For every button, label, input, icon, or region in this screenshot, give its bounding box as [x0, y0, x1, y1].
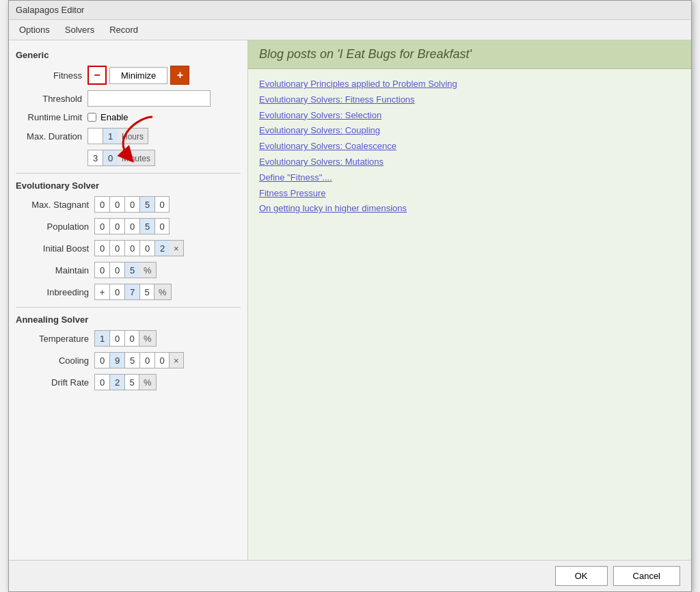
- boost-c4[interactable]: 0: [139, 240, 154, 256]
- min-cell-2[interactable]: 0: [103, 150, 118, 166]
- population-label: Population: [16, 221, 94, 232]
- maintain-c1[interactable]: 0: [94, 262, 109, 278]
- link-2[interactable]: Evolutionary Solvers: Selection: [259, 109, 680, 123]
- cancel-button[interactable]: Cancel: [613, 566, 680, 586]
- link-3[interactable]: Evolutionary Solvers: Coupling: [259, 124, 680, 138]
- cool-c3[interactable]: 5: [124, 352, 139, 368]
- temp-c3[interactable]: 0: [124, 330, 139, 347]
- divider-2: [16, 307, 241, 308]
- hours-input-group: 1 Hours: [88, 128, 148, 144]
- max-duration-group: Max. Duration 1 Hours: [16, 128, 241, 144]
- cooling-label: Cooling: [16, 355, 94, 366]
- drift-label: Drift Rate: [16, 377, 94, 388]
- annealing-section-label: Annealing Solver: [16, 314, 241, 325]
- stagnant-c1[interactable]: 0: [94, 196, 109, 213]
- ok-button[interactable]: OK: [555, 566, 608, 586]
- boost-c1[interactable]: 0: [94, 240, 109, 256]
- maintain-c3[interactable]: 5: [124, 262, 139, 278]
- cool-c2[interactable]: 9: [109, 352, 124, 368]
- stagnant-c2[interactable]: 0: [109, 196, 124, 213]
- fitness-minus-button[interactable]: −: [88, 66, 107, 85]
- boost-c2[interactable]: 0: [109, 240, 124, 256]
- drift-c1[interactable]: 0: [94, 374, 109, 390]
- inbreeding-group: Inbreeding + 0 7 5 %: [16, 284, 241, 300]
- inbreeding-percent: %: [154, 284, 172, 300]
- hours-cell-1[interactable]: [88, 128, 103, 144]
- initial-boost-label: Initial Boost: [16, 243, 94, 254]
- drift-percent: %: [139, 374, 157, 390]
- hours-unit: Hours: [118, 128, 148, 144]
- link-5[interactable]: Evolutionary Solvers: Mutations: [259, 155, 680, 170]
- link-8[interactable]: On getting lucky in higher dimensions: [259, 202, 680, 216]
- evolutionary-section-label: Evolutionary Solver: [16, 180, 241, 191]
- inbreeding-input-group: + 0 7 5 %: [94, 284, 172, 300]
- maintain-label: Maintain: [16, 265, 94, 275]
- link-6[interactable]: Define "Fitness"....: [259, 171, 680, 185]
- pop-c3[interactable]: 0: [124, 218, 139, 234]
- link-4[interactable]: Evolutionary Solvers: Coalescence: [259, 139, 680, 154]
- left-panel: Generic Fitness − Minimize + Threshold: [9, 40, 248, 560]
- boost-c3[interactable]: 0: [124, 240, 139, 256]
- fitness-value: Minimize: [109, 67, 167, 84]
- minutes-unit: Minutes: [118, 150, 155, 166]
- menu-record[interactable]: Record: [102, 21, 146, 38]
- runtime-enable-checkbox[interactable]: [88, 113, 96, 122]
- temp-percent: %: [139, 330, 157, 347]
- boost-input-group: 0 0 0 0 2 ×: [94, 240, 184, 256]
- cool-c5[interactable]: 0: [154, 352, 170, 368]
- right-panel-title: Blog posts on 'I Eat Bugs for Breakfast': [259, 47, 680, 62]
- main-window: Galapagos Editor Options Solvers Record …: [8, 0, 692, 592]
- inbreeding-c4[interactable]: 5: [139, 284, 154, 300]
- fitness-label: Fitness: [16, 70, 88, 81]
- title-bar: Galapagos Editor: [9, 1, 691, 20]
- runtime-label: Runtime Limit: [16, 112, 88, 122]
- pop-c2[interactable]: 0: [109, 218, 124, 234]
- cooling-group: Cooling 0 9 5 0 0 ×: [16, 352, 241, 368]
- pop-c1[interactable]: 0: [94, 218, 109, 234]
- footer: OK Cancel: [9, 560, 691, 591]
- boost-c5[interactable]: 2: [154, 240, 170, 256]
- left-inner: Generic Fitness − Minimize + Threshold: [16, 50, 241, 390]
- cool-c1[interactable]: 0: [94, 352, 109, 368]
- fitness-plus-button[interactable]: +: [170, 66, 189, 85]
- cool-c4[interactable]: 0: [139, 352, 154, 368]
- threshold-input[interactable]: [88, 90, 211, 107]
- threshold-group: Threshold: [16, 90, 241, 107]
- link-0[interactable]: Evolutionary Principles applied to Probl…: [259, 77, 680, 92]
- max-duration-label: Max. Duration: [16, 131, 88, 142]
- stagnant-c5[interactable]: 0: [154, 196, 170, 213]
- temp-c2[interactable]: 0: [109, 330, 124, 347]
- maintain-group: Maintain 0 0 5 %: [16, 262, 241, 278]
- fitness-row: − Minimize +: [88, 66, 189, 85]
- fitness-group: Fitness − Minimize +: [16, 66, 241, 85]
- population-input-group: 0 0 0 5 0: [94, 218, 170, 234]
- right-panel-header: Blog posts on 'I Eat Bugs for Breakfast': [248, 40, 691, 69]
- drift-c3[interactable]: 5: [124, 374, 139, 390]
- inbreeding-c1[interactable]: +: [94, 284, 109, 300]
- enable-label: Enable: [100, 112, 128, 122]
- min-cell-1[interactable]: 3: [88, 150, 103, 166]
- maintain-c2[interactable]: 0: [109, 262, 124, 278]
- maintain-input-group: 0 0 5 %: [94, 262, 157, 278]
- link-1[interactable]: Evolutionary Solvers: Fitness Functions: [259, 93, 680, 107]
- stagnant-input-group: 0 0 0 5 0: [94, 196, 170, 213]
- temp-c1[interactable]: 1: [94, 330, 109, 347]
- pop-c4[interactable]: 5: [139, 218, 154, 234]
- maintain-percent: %: [139, 262, 157, 278]
- drift-c2[interactable]: 2: [109, 374, 124, 390]
- link-7[interactable]: Fitness Pressure: [259, 187, 680, 201]
- stagnant-c3[interactable]: 0: [124, 196, 139, 213]
- threshold-label: Threshold: [16, 94, 88, 104]
- pop-c5[interactable]: 0: [154, 218, 170, 234]
- right-panel-links: Evolutionary Principles applied to Probl…: [248, 69, 691, 224]
- menu-solvers[interactable]: Solvers: [57, 21, 102, 38]
- inbreeding-c3[interactable]: 7: [124, 284, 139, 300]
- drift-group: Drift Rate 0 2 5 %: [16, 374, 241, 390]
- stagnant-c4[interactable]: 5: [139, 196, 154, 213]
- boost-cross: ×: [170, 240, 184, 256]
- inbreeding-c2[interactable]: 0: [109, 284, 124, 300]
- hours-cell-2[interactable]: 1: [103, 128, 118, 144]
- minutes-group: 3 0 Minutes: [16, 150, 241, 166]
- menu-options[interactable]: Options: [12, 21, 57, 38]
- initial-boost-group: Initial Boost 0 0 0 0 2 ×: [16, 240, 241, 256]
